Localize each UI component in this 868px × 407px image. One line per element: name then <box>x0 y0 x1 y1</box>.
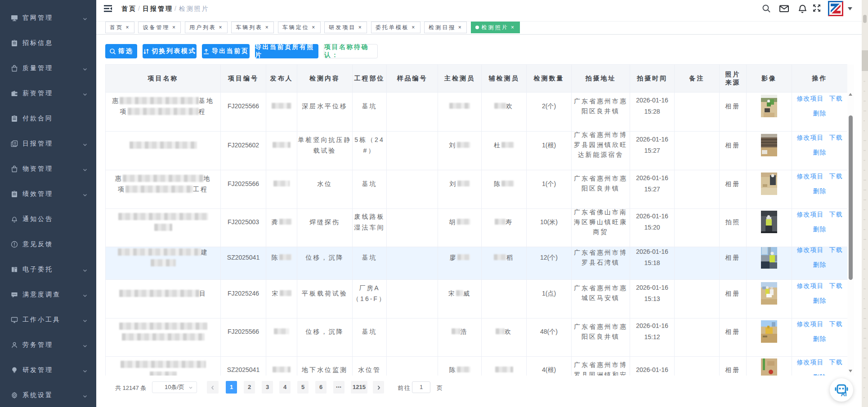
svg-text:AI: AI <box>841 391 847 398</box>
